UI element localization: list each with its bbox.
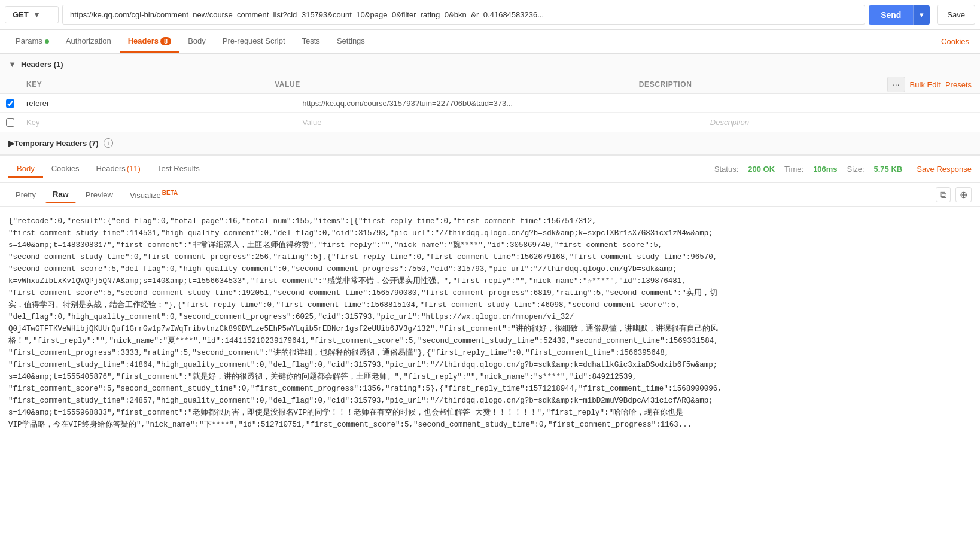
resp-tab-body[interactable]: Body xyxy=(8,160,43,178)
referer-checkbox[interactable] xyxy=(0,95,20,112)
tab-tests[interactable]: Tests xyxy=(294,31,328,53)
temp-headers-info-icon[interactable]: i xyxy=(104,138,113,148)
view-tab-visualize[interactable]: VisualizeBETA xyxy=(123,187,185,203)
request-tabs-bar: Params Authorization Headers8 Body Pre-r… xyxy=(0,30,980,54)
method-selector[interactable]: GET ▾ xyxy=(5,6,59,23)
referer-checkbox-input[interactable] xyxy=(6,99,14,108)
tab-settings[interactable]: Settings xyxy=(328,31,373,53)
placeholder-value[interactable]: Value xyxy=(296,113,704,132)
col-value-header: VALUE xyxy=(266,75,631,93)
cookies-link[interactable]: Cookies xyxy=(938,31,973,52)
send-button[interactable]: Send xyxy=(869,5,913,25)
view-tab-pretty[interactable]: Pretty xyxy=(8,187,43,202)
beta-badge: BETA xyxy=(162,190,178,196)
referer-description xyxy=(704,99,980,108)
view-tab-raw[interactable]: Raw xyxy=(45,187,76,203)
resp-tab-test-results[interactable]: Test Results xyxy=(149,160,208,178)
three-dots-button[interactable]: ··· xyxy=(887,77,905,92)
resp-headers-badge: (11) xyxy=(127,164,141,173)
headers-toggle-icon[interactable]: ▼ xyxy=(8,60,16,69)
view-tabs-bar: Pretty Raw Preview VisualizeBETA ⧉ ⊕ xyxy=(0,183,980,207)
placeholder-description[interactable]: Description xyxy=(704,113,980,132)
send-dropdown-button[interactable]: ▾ xyxy=(913,5,930,25)
temp-headers-section[interactable]: ▶ Temporary Headers (7) i xyxy=(0,132,980,154)
temp-headers-title: Temporary Headers (7) xyxy=(14,139,99,148)
presets-button[interactable]: Presets xyxy=(945,80,972,89)
bulk-edit-button[interactable]: Bulk Edit xyxy=(910,80,941,89)
resp-tab-cookies[interactable]: Cookies xyxy=(43,160,88,178)
referer-key: referer xyxy=(20,94,296,112)
tab-params[interactable]: Params xyxy=(7,31,57,53)
params-dot xyxy=(45,39,49,44)
headers-badge: 8 xyxy=(160,37,171,45)
size-value: 5.75 KB xyxy=(874,165,903,174)
headers-section-title: Headers (1) xyxy=(21,60,63,69)
tab-body[interactable]: Body xyxy=(179,31,214,53)
time-value: 106ms xyxy=(813,165,837,174)
temp-headers-toggle-icon: ▶ xyxy=(8,139,14,148)
tab-headers[interactable]: Headers8 xyxy=(120,31,179,53)
col-key-header: KEY xyxy=(18,75,266,93)
tab-authorization[interactable]: Authorization xyxy=(57,31,120,53)
method-label: GET xyxy=(13,10,29,19)
col-actions-area: ··· Bulk Edit Presets xyxy=(879,75,980,93)
url-input[interactable] xyxy=(62,5,865,25)
response-bar: Body Cookies Headers(11) Test Results St… xyxy=(0,154,980,183)
status-info: Status: 200 OK Time: 106ms Size: 5.75 KB… xyxy=(714,165,972,174)
header-placeholder-row: Key Value Description xyxy=(0,113,980,132)
placeholder-key[interactable]: Key xyxy=(20,113,296,132)
send-btn-group: Send ▾ xyxy=(869,5,930,25)
response-tabs: Body Cookies Headers(11) Test Results xyxy=(8,160,208,178)
placeholder-checkbox[interactable] xyxy=(0,114,20,132)
resp-tab-headers[interactable]: Headers(11) xyxy=(88,160,149,178)
header-row-referer: referer https://ke.qq.com/course/315793?… xyxy=(0,94,980,113)
time-label: Time: xyxy=(784,165,804,174)
status-label: Status: xyxy=(714,165,738,174)
view-tab-preview[interactable]: Preview xyxy=(78,187,120,202)
col-desc-header: DESCRIPTION xyxy=(631,75,879,93)
json-body: {"retcode":0,"result":{"end_flag":0,"tot… xyxy=(0,207,980,439)
search-button[interactable]: ⊕ xyxy=(955,187,972,202)
top-bar: GET ▾ Send ▾ Save xyxy=(0,0,980,30)
save-button[interactable]: Save xyxy=(937,5,975,25)
copy-button[interactable]: ⧉ xyxy=(936,187,951,202)
method-chevron-icon: ▾ xyxy=(35,10,39,19)
save-response-button[interactable]: Save Response xyxy=(917,165,972,174)
headers-section-header: ▼ Headers (1) xyxy=(0,54,980,75)
tab-prerequest[interactable]: Pre-request Script xyxy=(214,31,294,53)
status-value: 200 OK xyxy=(748,165,775,174)
size-label: Size: xyxy=(847,165,865,174)
referer-value: https://ke.qq.com/course/315793?tuin=227… xyxy=(296,94,704,112)
view-actions: ⧉ ⊕ xyxy=(936,187,972,202)
placeholder-checkbox-input[interactable] xyxy=(6,118,14,127)
column-headers-row: KEY VALUE DESCRIPTION ··· Bulk Edit Pres… xyxy=(0,75,980,94)
